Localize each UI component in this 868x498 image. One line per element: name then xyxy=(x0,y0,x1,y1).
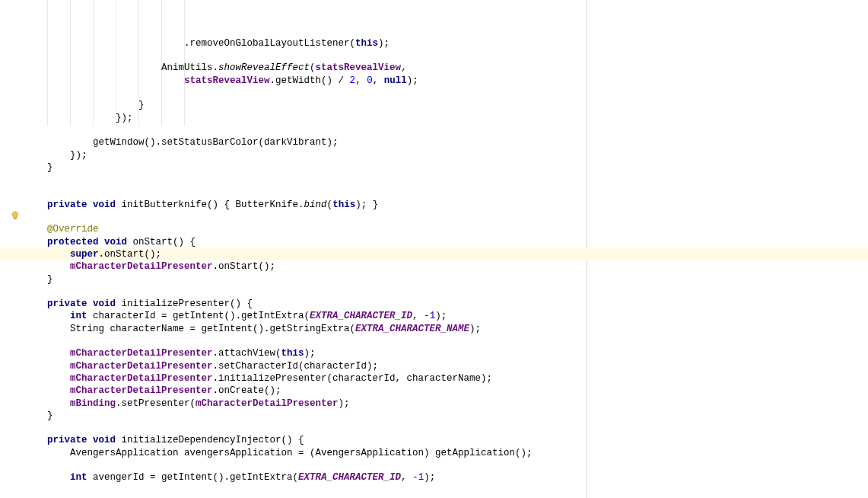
code-line[interactable] xyxy=(24,484,587,496)
code-line[interactable] xyxy=(24,335,587,347)
code-line[interactable]: statsRevealView.getWidth() / 2, 0, null)… xyxy=(24,75,587,87)
indent xyxy=(24,137,93,148)
code-line[interactable]: } xyxy=(24,161,587,174)
gutter-row[interactable] xyxy=(0,260,21,273)
code-line[interactable]: mCharacterDetailPresenter.setCharacterId… xyxy=(24,360,587,372)
code-token: mCharacterDetailPresenter xyxy=(70,261,213,272)
gutter-row[interactable] xyxy=(0,37,21,49)
code-token: } xyxy=(47,274,53,285)
code-line[interactable]: int characterId = getIntent().getIntExtr… xyxy=(24,310,587,322)
indent xyxy=(24,361,70,372)
code-line[interactable]: } xyxy=(24,273,587,286)
code-line[interactable]: @Override xyxy=(24,223,587,235)
code-line[interactable]: mCharacterDetailPresenter.attachView(thi… xyxy=(24,347,587,359)
lightbulb-icon[interactable] xyxy=(11,211,20,220)
gutter-row[interactable] xyxy=(0,199,21,211)
gutter-row[interactable] xyxy=(0,471,21,484)
code-token: } xyxy=(47,410,53,421)
gutter-row[interactable] xyxy=(0,410,21,422)
gutter-row[interactable] xyxy=(0,87,21,99)
code-line[interactable] xyxy=(24,459,587,471)
indent xyxy=(24,249,70,260)
editor[interactable]: .removeOnGlobalLayoutListener(this); Ani… xyxy=(0,0,868,498)
code-line[interactable]: protected void onStart() { xyxy=(24,236,587,248)
gutter-row[interactable] xyxy=(0,211,21,223)
code-line[interactable] xyxy=(24,174,587,186)
code-area[interactable]: .removeOnGlobalLayoutListener(this); Ani… xyxy=(21,0,587,498)
code-line[interactable] xyxy=(24,211,587,223)
code-line[interactable] xyxy=(24,422,587,434)
gutter-row[interactable] xyxy=(0,298,21,310)
code-token: .getWidth() / xyxy=(270,75,350,86)
gutter-row[interactable] xyxy=(0,372,21,385)
gutter-row[interactable] xyxy=(0,186,21,198)
code-line[interactable]: mCharacterDetailPresenter.initializePres… xyxy=(24,372,587,385)
code-line[interactable]: }); xyxy=(24,112,587,124)
code-line[interactable]: private void initializeDependencyInjecto… xyxy=(24,434,587,446)
code-line[interactable]: int avengerId = getIntent().getIntExtra(… xyxy=(24,471,587,484)
gutter-row[interactable] xyxy=(0,75,21,87)
indent xyxy=(24,200,47,210)
gutter-row[interactable] xyxy=(0,161,21,174)
gutter-row[interactable] xyxy=(0,397,21,410)
gutter-row[interactable] xyxy=(0,286,21,298)
code-token: .onStart(); xyxy=(99,249,162,260)
gutter-row[interactable] xyxy=(0,25,21,37)
code-line[interactable]: mCharacterDetailPresenter.onStart(); xyxy=(24,260,587,273)
gutter-row[interactable] xyxy=(0,434,21,446)
code-line[interactable]: getWindow().setStatusBarColor(darkVibran… xyxy=(24,136,587,148)
gutter-row[interactable] xyxy=(0,310,21,322)
gutter-row[interactable] xyxy=(0,236,21,248)
code-line[interactable]: String characterName = getIntent().getSt… xyxy=(24,323,587,335)
gutter-row[interactable] xyxy=(0,447,21,459)
gutter-row[interactable] xyxy=(0,484,21,496)
code-line[interactable] xyxy=(24,286,587,298)
code-line[interactable]: AnimUtils.showRevealEffect(statsRevealVi… xyxy=(24,62,587,74)
code-line[interactable]: .removeOnGlobalLayoutListener(this); xyxy=(24,37,587,49)
code-token: ); xyxy=(469,324,481,334)
code-line[interactable]: AvengersApplication avengersApplication … xyxy=(24,447,587,459)
gutter-row[interactable] xyxy=(0,335,21,347)
code-line[interactable] xyxy=(24,49,587,62)
code-token: super xyxy=(70,249,99,260)
gutter-row[interactable] xyxy=(0,0,21,12)
code-token: mCharacterDetailPresenter xyxy=(70,385,213,396)
gutter-row[interactable] xyxy=(0,124,21,136)
gutter-row[interactable] xyxy=(0,99,21,111)
code-line[interactable] xyxy=(24,87,587,99)
gutter-row[interactable] xyxy=(0,112,21,124)
gutter-row[interactable] xyxy=(0,12,21,24)
gutter-row[interactable] xyxy=(0,323,21,335)
gutter-row[interactable] xyxy=(0,62,21,74)
gutter-row[interactable] xyxy=(0,385,21,397)
code-line[interactable]: } xyxy=(24,99,587,111)
gutter-row[interactable] xyxy=(0,136,21,148)
gutter-row[interactable] xyxy=(0,49,21,62)
gutter-row[interactable] xyxy=(0,347,21,359)
code-line[interactable]: }); xyxy=(24,149,587,161)
code-token: EXTRA_CHARACTER_NAME xyxy=(355,324,469,334)
code-token: @Override xyxy=(47,224,99,235)
gutter-row[interactable] xyxy=(0,422,21,434)
indent xyxy=(24,324,70,334)
code-token: }); xyxy=(116,113,133,123)
gutter-row[interactable] xyxy=(0,174,21,186)
code-line[interactable]: mCharacterDetailPresenter.onCreate(); xyxy=(24,385,587,397)
code-token: statsRevealView xyxy=(184,75,270,86)
code-token: .onStart(); xyxy=(213,261,276,272)
gutter-row[interactable] xyxy=(0,459,21,471)
gutter-row[interactable] xyxy=(0,360,21,372)
code-line[interactable]: } xyxy=(24,410,587,422)
gutter-row[interactable] xyxy=(0,149,21,161)
gutter-row[interactable] xyxy=(0,273,21,286)
code-line[interactable]: super.onStart(); xyxy=(0,248,868,260)
code-token: protected void xyxy=(47,237,133,247)
code-token: statsRevealView xyxy=(316,62,402,73)
code-line[interactable] xyxy=(24,124,587,136)
gutter-row[interactable] xyxy=(0,223,21,235)
code-line[interactable] xyxy=(24,186,587,198)
code-line[interactable]: private void initButterknife() { ButterK… xyxy=(24,199,587,211)
code-token: } xyxy=(47,162,53,173)
code-line[interactable]: private void initializePresenter() { xyxy=(24,298,587,310)
code-line[interactable]: mBinding.setPresenter(mCharacterDetailPr… xyxy=(24,397,587,410)
